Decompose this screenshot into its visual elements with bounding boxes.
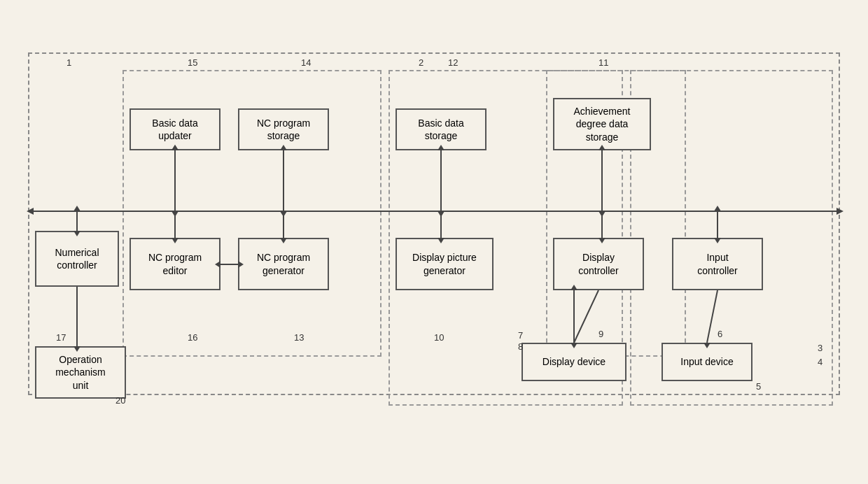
display-picture-generator-label: Display picturegenerator xyxy=(412,251,477,276)
operation-mechanism-label: Operationmechanismunit xyxy=(55,353,106,392)
input-controller-label: Inputcontroller xyxy=(697,251,738,276)
display-controller-box: Displaycontroller xyxy=(553,238,644,290)
nc-program-storage-box: NC programstorage xyxy=(238,108,329,150)
display-controller-label: Displaycontroller xyxy=(578,251,619,276)
ref-20: 20 xyxy=(115,395,125,406)
basic-data-storage-box: Basic datastorage xyxy=(396,108,486,150)
input-device-box: Input device xyxy=(662,343,752,381)
ref-12: 12 xyxy=(448,57,458,68)
nc-program-generator-box: NC programgenerator xyxy=(238,238,329,290)
achievement-degree-box: Achievementdegree datastorage xyxy=(553,98,651,150)
nc-program-editor-label: NC programeditor xyxy=(148,251,202,276)
achievement-degree-label: Achievementdegree datastorage xyxy=(574,105,631,143)
ref-14: 14 xyxy=(301,57,311,68)
display-device-label: Display device xyxy=(542,355,606,368)
diagram-container: Numericalcontroller Basic dataupdater NC… xyxy=(0,0,868,484)
ref-15: 15 xyxy=(188,57,197,68)
ref-9: 9 xyxy=(598,329,603,339)
input-controller-box: Inputcontroller xyxy=(672,238,763,290)
basic-data-updater-box: Basic dataupdater xyxy=(130,108,220,150)
basic-data-storage-label: Basic datastorage xyxy=(418,117,463,142)
display-picture-generator-box: Display picturegenerator xyxy=(396,238,493,290)
nc-program-editor-box: NC programeditor xyxy=(130,238,220,290)
operation-mechanism-box: Operationmechanismunit xyxy=(35,346,126,399)
ref-4: 4 xyxy=(818,357,822,367)
numerical-controller-label: Numericalcontroller xyxy=(55,246,99,271)
ref-1: 1 xyxy=(66,57,71,68)
ref-6: 6 xyxy=(718,329,722,339)
ref-11: 11 xyxy=(598,57,608,68)
ref-13: 13 xyxy=(294,332,304,343)
ref-2: 2 xyxy=(419,57,424,68)
ref-7: 7 xyxy=(518,330,523,341)
nc-program-storage-label: NC programstorage xyxy=(257,117,310,142)
ref-5: 5 xyxy=(756,381,761,392)
basic-data-updater-label: Basic dataupdater xyxy=(152,117,197,142)
display-device-box: Display device xyxy=(522,343,626,381)
ref-8: 8 xyxy=(518,341,523,352)
ref-17: 17 xyxy=(56,332,66,343)
input-device-label: Input device xyxy=(680,355,734,368)
ref-3: 3 xyxy=(818,343,822,353)
ref-16: 16 xyxy=(188,332,197,343)
nc-program-generator-label: NC programgenerator xyxy=(257,251,310,276)
numerical-controller-box: Numericalcontroller xyxy=(35,231,119,287)
ref-10: 10 xyxy=(434,332,444,343)
